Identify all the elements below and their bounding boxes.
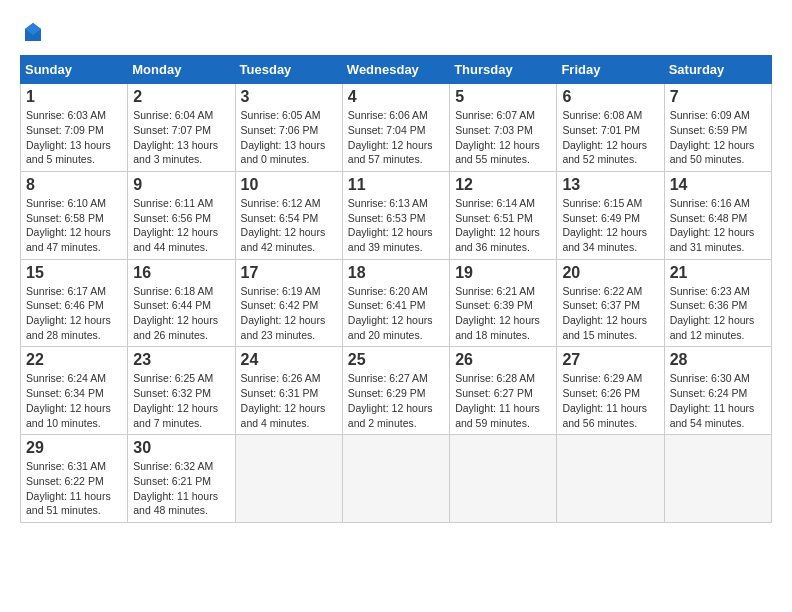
- day-number: 16: [133, 264, 229, 282]
- day-number: 20: [562, 264, 658, 282]
- calendar-day-18: 18Sunrise: 6:20 AMSunset: 6:41 PMDayligh…: [342, 259, 449, 347]
- day-number: 29: [26, 439, 122, 457]
- calendar-table: SundayMondayTuesdayWednesdayThursdayFrid…: [20, 55, 772, 523]
- day-number: 7: [670, 88, 766, 106]
- calendar-week-3: 15Sunrise: 6:17 AMSunset: 6:46 PMDayligh…: [21, 259, 772, 347]
- day-number: 9: [133, 176, 229, 194]
- calendar-day-17: 17Sunrise: 6:19 AMSunset: 6:42 PMDayligh…: [235, 259, 342, 347]
- day-info: Sunrise: 6:30 AMSunset: 6:24 PMDaylight:…: [670, 372, 755, 428]
- day-info: Sunrise: 6:15 AMSunset: 6:49 PMDaylight:…: [562, 197, 647, 253]
- day-number: 18: [348, 264, 444, 282]
- day-number: 1: [26, 88, 122, 106]
- calendar-day-9: 9Sunrise: 6:11 AMSunset: 6:56 PMDaylight…: [128, 171, 235, 259]
- day-info: Sunrise: 6:16 AMSunset: 6:48 PMDaylight:…: [670, 197, 755, 253]
- calendar-day-24: 24Sunrise: 6:26 AMSunset: 6:31 PMDayligh…: [235, 347, 342, 435]
- day-info: Sunrise: 6:26 AMSunset: 6:31 PMDaylight:…: [241, 372, 326, 428]
- weekday-header-friday: Friday: [557, 56, 664, 84]
- day-info: Sunrise: 6:27 AMSunset: 6:29 PMDaylight:…: [348, 372, 433, 428]
- calendar-day-2: 2Sunrise: 6:04 AMSunset: 7:07 PMDaylight…: [128, 84, 235, 172]
- day-info: Sunrise: 6:32 AMSunset: 6:21 PMDaylight:…: [133, 460, 218, 516]
- day-number: 4: [348, 88, 444, 106]
- day-number: 5: [455, 88, 551, 106]
- calendar-day-29: 29Sunrise: 6:31 AMSunset: 6:22 PMDayligh…: [21, 435, 128, 523]
- day-number: 8: [26, 176, 122, 194]
- day-number: 24: [241, 351, 337, 369]
- day-number: 3: [241, 88, 337, 106]
- day-number: 30: [133, 439, 229, 457]
- calendar-day-5: 5Sunrise: 6:07 AMSunset: 7:03 PMDaylight…: [450, 84, 557, 172]
- day-info: Sunrise: 6:28 AMSunset: 6:27 PMDaylight:…: [455, 372, 540, 428]
- calendar-empty: [450, 435, 557, 523]
- calendar-week-1: 1Sunrise: 6:03 AMSunset: 7:09 PMDaylight…: [21, 84, 772, 172]
- day-info: Sunrise: 6:24 AMSunset: 6:34 PMDaylight:…: [26, 372, 111, 428]
- calendar-day-30: 30Sunrise: 6:32 AMSunset: 6:21 PMDayligh…: [128, 435, 235, 523]
- day-info: Sunrise: 6:11 AMSunset: 6:56 PMDaylight:…: [133, 197, 218, 253]
- calendar-day-11: 11Sunrise: 6:13 AMSunset: 6:53 PMDayligh…: [342, 171, 449, 259]
- day-info: Sunrise: 6:18 AMSunset: 6:44 PMDaylight:…: [133, 285, 218, 341]
- day-info: Sunrise: 6:07 AMSunset: 7:03 PMDaylight:…: [455, 109, 540, 165]
- day-info: Sunrise: 6:31 AMSunset: 6:22 PMDaylight:…: [26, 460, 111, 516]
- weekday-header-sunday: Sunday: [21, 56, 128, 84]
- day-info: Sunrise: 6:12 AMSunset: 6:54 PMDaylight:…: [241, 197, 326, 253]
- day-number: 12: [455, 176, 551, 194]
- calendar-week-4: 22Sunrise: 6:24 AMSunset: 6:34 PMDayligh…: [21, 347, 772, 435]
- day-info: Sunrise: 6:25 AMSunset: 6:32 PMDaylight:…: [133, 372, 218, 428]
- calendar-day-3: 3Sunrise: 6:05 AMSunset: 7:06 PMDaylight…: [235, 84, 342, 172]
- day-info: Sunrise: 6:22 AMSunset: 6:37 PMDaylight:…: [562, 285, 647, 341]
- day-number: 28: [670, 351, 766, 369]
- calendar-day-15: 15Sunrise: 6:17 AMSunset: 6:46 PMDayligh…: [21, 259, 128, 347]
- calendar-empty: [664, 435, 771, 523]
- calendar-empty: [235, 435, 342, 523]
- calendar-day-20: 20Sunrise: 6:22 AMSunset: 6:37 PMDayligh…: [557, 259, 664, 347]
- day-number: 27: [562, 351, 658, 369]
- calendar-day-12: 12Sunrise: 6:14 AMSunset: 6:51 PMDayligh…: [450, 171, 557, 259]
- day-number: 17: [241, 264, 337, 282]
- day-number: 15: [26, 264, 122, 282]
- day-info: Sunrise: 6:04 AMSunset: 7:07 PMDaylight:…: [133, 109, 218, 165]
- day-number: 26: [455, 351, 551, 369]
- calendar-empty: [557, 435, 664, 523]
- calendar-day-26: 26Sunrise: 6:28 AMSunset: 6:27 PMDayligh…: [450, 347, 557, 435]
- day-number: 10: [241, 176, 337, 194]
- day-info: Sunrise: 6:20 AMSunset: 6:41 PMDaylight:…: [348, 285, 433, 341]
- day-number: 2: [133, 88, 229, 106]
- day-number: 13: [562, 176, 658, 194]
- weekday-header-thursday: Thursday: [450, 56, 557, 84]
- calendar-day-7: 7Sunrise: 6:09 AMSunset: 6:59 PMDaylight…: [664, 84, 771, 172]
- weekday-header-wednesday: Wednesday: [342, 56, 449, 84]
- day-number: 21: [670, 264, 766, 282]
- calendar-day-1: 1Sunrise: 6:03 AMSunset: 7:09 PMDaylight…: [21, 84, 128, 172]
- calendar-day-14: 14Sunrise: 6:16 AMSunset: 6:48 PMDayligh…: [664, 171, 771, 259]
- day-number: 14: [670, 176, 766, 194]
- logo: [20, 20, 46, 45]
- day-info: Sunrise: 6:19 AMSunset: 6:42 PMDaylight:…: [241, 285, 326, 341]
- calendar-day-28: 28Sunrise: 6:30 AMSunset: 6:24 PMDayligh…: [664, 347, 771, 435]
- page-header: [20, 20, 772, 45]
- calendar-day-23: 23Sunrise: 6:25 AMSunset: 6:32 PMDayligh…: [128, 347, 235, 435]
- day-info: Sunrise: 6:13 AMSunset: 6:53 PMDaylight:…: [348, 197, 433, 253]
- calendar-week-2: 8Sunrise: 6:10 AMSunset: 6:58 PMDaylight…: [21, 171, 772, 259]
- calendar-day-16: 16Sunrise: 6:18 AMSunset: 6:44 PMDayligh…: [128, 259, 235, 347]
- day-info: Sunrise: 6:10 AMSunset: 6:58 PMDaylight:…: [26, 197, 111, 253]
- weekday-header-row: SundayMondayTuesdayWednesdayThursdayFrid…: [21, 56, 772, 84]
- day-number: 19: [455, 264, 551, 282]
- calendar-day-4: 4Sunrise: 6:06 AMSunset: 7:04 PMDaylight…: [342, 84, 449, 172]
- calendar-day-6: 6Sunrise: 6:08 AMSunset: 7:01 PMDaylight…: [557, 84, 664, 172]
- calendar-day-22: 22Sunrise: 6:24 AMSunset: 6:34 PMDayligh…: [21, 347, 128, 435]
- day-info: Sunrise: 6:08 AMSunset: 7:01 PMDaylight:…: [562, 109, 647, 165]
- day-number: 6: [562, 88, 658, 106]
- day-number: 23: [133, 351, 229, 369]
- calendar-day-27: 27Sunrise: 6:29 AMSunset: 6:26 PMDayligh…: [557, 347, 664, 435]
- weekday-header-saturday: Saturday: [664, 56, 771, 84]
- day-number: 25: [348, 351, 444, 369]
- day-info: Sunrise: 6:17 AMSunset: 6:46 PMDaylight:…: [26, 285, 111, 341]
- day-info: Sunrise: 6:09 AMSunset: 6:59 PMDaylight:…: [670, 109, 755, 165]
- calendar-day-19: 19Sunrise: 6:21 AMSunset: 6:39 PMDayligh…: [450, 259, 557, 347]
- day-number: 11: [348, 176, 444, 194]
- calendar-empty: [342, 435, 449, 523]
- calendar-day-8: 8Sunrise: 6:10 AMSunset: 6:58 PMDaylight…: [21, 171, 128, 259]
- day-info: Sunrise: 6:06 AMSunset: 7:04 PMDaylight:…: [348, 109, 433, 165]
- day-info: Sunrise: 6:03 AMSunset: 7:09 PMDaylight:…: [26, 109, 111, 165]
- calendar-day-10: 10Sunrise: 6:12 AMSunset: 6:54 PMDayligh…: [235, 171, 342, 259]
- day-number: 22: [26, 351, 122, 369]
